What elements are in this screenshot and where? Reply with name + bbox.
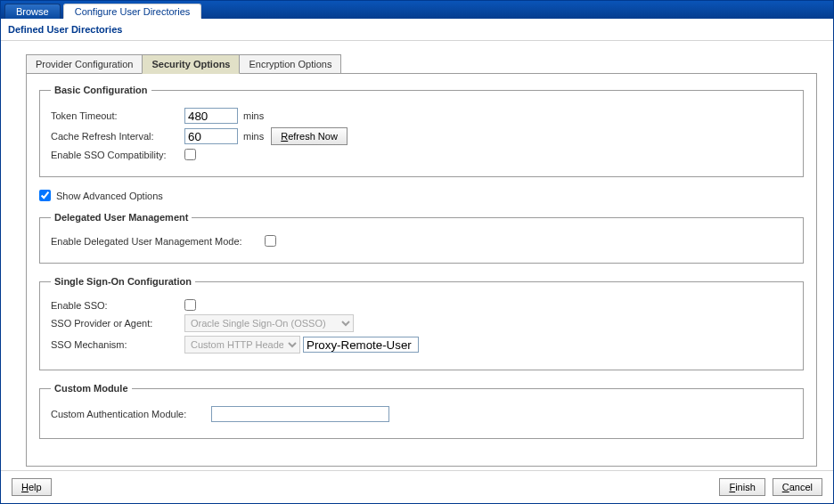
show-advanced-options-row[interactable]: Show Advanced Options <box>39 190 804 201</box>
custom-module-legend: Custom Module <box>51 383 132 394</box>
sso-mechanism-select[interactable]: Custom HTTP Header <box>184 336 300 354</box>
sso-provider-label: SSO Provider or Agent: <box>51 318 184 329</box>
enable-delegated-row: Enable Delegated User Management Mode: <box>51 235 792 247</box>
content-area: Provider Configuration Security Options … <box>1 41 833 470</box>
app-window: Browse Configure User Directories Define… <box>0 0 834 504</box>
custom-auth-input[interactable] <box>211 406 389 422</box>
tab-browse[interactable]: Browse <box>4 4 61 19</box>
basic-configuration-group: Basic Configuration Token Timeout: mins … <box>39 85 804 177</box>
token-timeout-input[interactable] <box>184 108 238 124</box>
enable-sso-compat-row: Enable SSO Compatibility: <box>51 149 792 160</box>
title-bar: Browse Configure User Directories <box>1 1 833 19</box>
footer-right-group: Finish Cancel <box>719 478 822 496</box>
tab-encryption-label: Encryption Options <box>249 59 331 69</box>
tab-provider-label: Provider Configuration <box>36 59 133 69</box>
tab-provider-configuration[interactable]: Provider Configuration <box>26 54 143 74</box>
footer-bar: Help Finish Cancel <box>1 470 833 503</box>
page-title: Defined User Directories <box>1 19 833 41</box>
cancel-button[interactable]: Cancel <box>773 478 822 496</box>
tab-security-options[interactable]: Security Options <box>142 54 240 74</box>
inner-tabstrip: Provider Configuration Security Options … <box>26 53 817 73</box>
token-timeout-unit: mins <box>243 110 264 121</box>
delegated-legend: Delegated User Management <box>51 212 192 223</box>
refresh-now-button[interactable]: Refresh Now <box>271 127 348 145</box>
basic-configuration-legend: Basic Configuration <box>51 85 151 95</box>
body: Defined User Directories Provider Config… <box>1 19 833 503</box>
tab-configure-user-directories[interactable]: Configure User Directories <box>63 4 202 19</box>
cache-refresh-input[interactable] <box>184 128 238 144</box>
finish-button[interactable]: Finish <box>719 478 764 496</box>
show-advanced-options-checkbox[interactable] <box>39 190 51 201</box>
enable-delegated-label: Enable Delegated User Management Mode: <box>51 236 265 247</box>
help-button[interactable]: Help <box>12 478 52 496</box>
custom-module-group: Custom Module Custom Authentication Modu… <box>39 383 804 439</box>
single-sign-on-group: Single Sign-On Configuration Enable SSO:… <box>39 276 804 370</box>
token-timeout-label: Token Timeout: <box>51 110 184 121</box>
enable-sso-row: Enable SSO: <box>51 299 792 311</box>
sso-mechanism-row: SSO Mechanism: Custom HTTP Header <box>51 336 792 354</box>
tab-security-label: Security Options <box>151 59 230 69</box>
tab-encryption-options[interactable]: Encryption Options <box>239 54 341 74</box>
delegated-user-management-group: Delegated User Management Enable Delegat… <box>39 212 804 264</box>
sso-legend: Single Sign-On Configuration <box>51 276 195 287</box>
show-advanced-options-label: Show Advanced Options <box>56 191 163 201</box>
tab-configure-label: Configure User Directories <box>75 6 191 17</box>
sso-mechanism-label: SSO Mechanism: <box>51 339 184 350</box>
cache-refresh-unit: mins <box>243 131 264 142</box>
enable-sso-compat-label: Enable SSO Compatibility: <box>51 150 184 160</box>
tab-browse-label: Browse <box>16 6 49 17</box>
sso-provider-select[interactable]: Oracle Single Sign-On (OSSO) <box>184 314 354 332</box>
enable-sso-label: Enable SSO: <box>51 300 184 311</box>
enable-sso-compat-checkbox[interactable] <box>184 149 196 160</box>
token-timeout-row: Token Timeout: mins <box>51 108 792 124</box>
enable-delegated-checkbox[interactable] <box>265 235 276 247</box>
custom-auth-row: Custom Authentication Module: <box>51 406 792 422</box>
custom-auth-label: Custom Authentication Module: <box>51 409 211 419</box>
enable-sso-checkbox[interactable] <box>184 299 196 311</box>
sso-mechanism-value-input[interactable] <box>303 337 419 353</box>
cache-refresh-row: Cache Refresh Interval: mins Refresh Now <box>51 127 792 145</box>
cache-refresh-label: Cache Refresh Interval: <box>51 131 184 142</box>
security-options-panel: Basic Configuration Token Timeout: mins … <box>26 73 817 467</box>
sso-provider-row: SSO Provider or Agent: Oracle Single Sig… <box>51 314 792 332</box>
